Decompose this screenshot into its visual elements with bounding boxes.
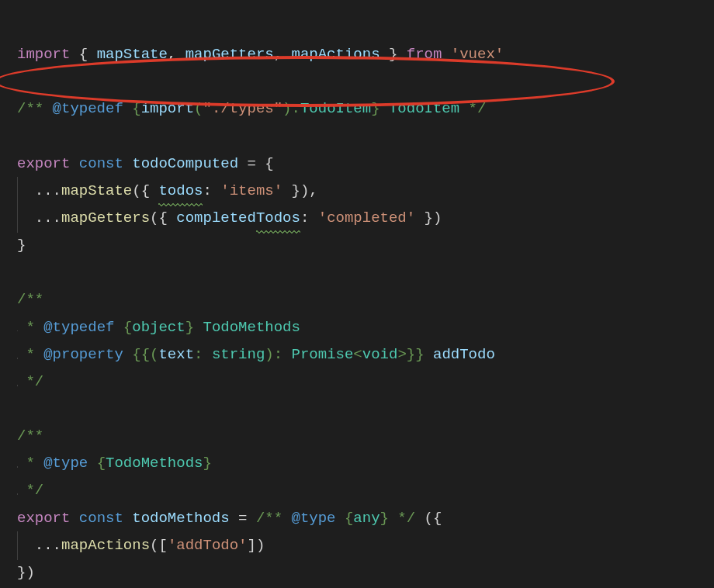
code-line: ...mapState({ todos: 'items' }),	[17, 182, 318, 199]
code-line-typedef-import: /** @typedef {import("./types").TodoItem…	[17, 100, 486, 117]
code-line: ...mapActions(['addTodo'])	[17, 537, 265, 554]
code-line: * @type {TodoMethods}	[17, 455, 212, 472]
code-line: * @property {{(text: string): Promise<vo…	[17, 346, 495, 363]
code-line: export const todoMethods = /** @type {an…	[17, 510, 442, 527]
code-block: import { mapState, mapGetters, mapAction…	[17, 14, 697, 586]
code-line: * @typedef {object} TodoMethods	[17, 319, 300, 336]
code-line: import { mapState, mapGetters, mapAction…	[17, 46, 504, 63]
code-line: /**	[17, 427, 43, 444]
code-line: export const todoComputed = {	[17, 155, 274, 172]
code-line: })	[17, 564, 35, 581]
code-line: ...mapGetters({ completedTodos: 'complet…	[17, 209, 442, 227]
code-line: */	[17, 482, 43, 499]
code-line: /**	[17, 291, 43, 308]
code-line: }	[17, 237, 26, 254]
code-line: */	[17, 373, 43, 390]
